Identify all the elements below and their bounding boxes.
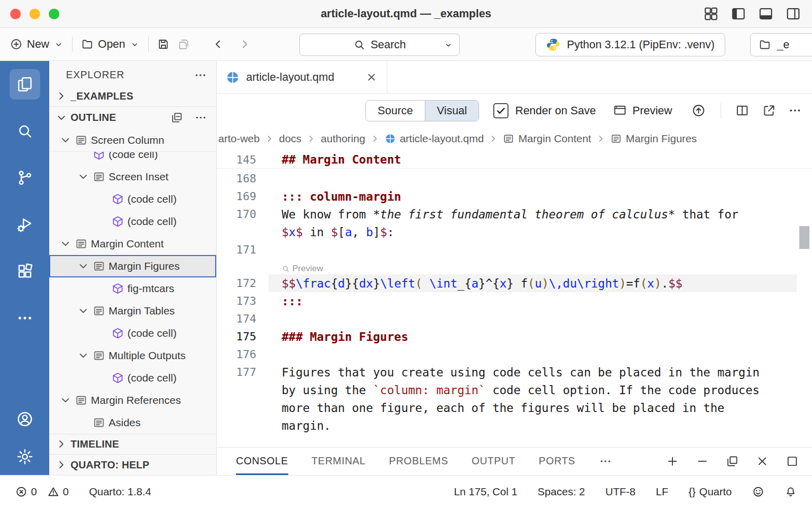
save-icon[interactable]	[157, 38, 170, 50]
chevron-down-icon[interactable]	[77, 305, 89, 317]
error-count[interactable]: 0	[15, 486, 37, 498]
sidebar-section-quarto-help[interactable]: QUARTO: HELP	[49, 455, 216, 475]
code-line[interactable]: 172 $$\frac{d}{dx}\left( \int_{a}^{x} f(…	[217, 274, 812, 292]
outline-item[interactable]: Margin References	[49, 389, 216, 411]
quarto-version[interactable]: Quarto: 1.8.4	[89, 486, 151, 498]
breadcrumb-item[interactable]: arto-web	[218, 133, 260, 145]
feedback-smiley-icon[interactable]	[752, 486, 764, 498]
indentation[interactable]: Spaces: 2	[537, 486, 585, 498]
scrollbar-thumb[interactable]	[799, 226, 809, 249]
encoding[interactable]: UTF-8	[605, 486, 636, 498]
search-activity-button[interactable]	[10, 116, 40, 146]
bell-icon[interactable]	[785, 486, 797, 498]
breadcrumb-item[interactable]: docs	[279, 133, 301, 145]
back-icon[interactable]	[212, 38, 224, 50]
warning-count[interactable]: 0	[47, 486, 69, 498]
outline-item[interactable]: fig-mtcars	[49, 277, 216, 300]
account-button[interactable]	[10, 404, 40, 434]
panel-left-icon[interactable]	[731, 6, 746, 21]
sidebar-section-examples[interactable]: _EXAMPLES	[49, 86, 216, 106]
open-button[interactable]: Open	[81, 38, 140, 51]
chevron-down-icon[interactable]	[77, 260, 89, 272]
outline-item[interactable]: Margin Content	[49, 233, 216, 255]
close-icon[interactable]	[365, 71, 378, 83]
interpreter-selector[interactable]: Python 3.12.1 (PipEnv: .venv)	[535, 33, 725, 56]
run-debug-activity-button[interactable]	[10, 209, 40, 240]
source-mode-button[interactable]: Source	[366, 101, 425, 121]
more-actions-icon[interactable]	[194, 69, 207, 82]
save-all-icon[interactable]	[178, 38, 190, 50]
code-line[interactable]: 145 ## Margin Content	[217, 151, 812, 169]
code-line[interactable]: 175 ### Margin Figures	[217, 328, 812, 345]
open-external-button[interactable]	[762, 104, 776, 117]
cursor-position[interactable]: Ln 175, Col 1	[454, 486, 517, 498]
code-line[interactable]: $x$ in $[a, b]$:	[217, 223, 812, 241]
outline-item[interactable]: Margin Tables	[49, 300, 216, 322]
render-on-save-checkbox[interactable]	[493, 103, 509, 118]
split-editor-button[interactable]	[735, 104, 749, 117]
outline-item[interactable]: (code cell)	[49, 322, 216, 344]
forward-icon[interactable]	[239, 38, 251, 50]
code-line[interactable]: more than one figure, each of the figure…	[217, 399, 812, 417]
close-window-button[interactable]	[10, 9, 21, 19]
panel-tab[interactable]: CONSOLE	[236, 448, 288, 475]
outline-item[interactable]: Margin Figures	[49, 255, 216, 277]
code-line[interactable]: 171	[217, 241, 812, 259]
source-control-activity-button[interactable]	[10, 163, 40, 193]
chevron-down-icon[interactable]	[59, 134, 72, 146]
settings-button[interactable]	[10, 441, 40, 472]
code-editor[interactable]: 145 ## Margin Content 168 169 ::: column…	[217, 150, 812, 447]
search-input[interactable]: Search	[299, 34, 460, 56]
panel-right-icon[interactable]	[786, 6, 801, 21]
outline-item[interactable]: (code cell)	[49, 188, 216, 210]
editor-tab[interactable]: article-layout.qmd	[217, 61, 387, 93]
more-actions-icon[interactable]	[194, 111, 207, 124]
eol-sequence[interactable]: LF	[656, 486, 668, 498]
panel-tab[interactable]: PORTS	[539, 448, 576, 475]
code-line[interactable]: 169 ::: column-margin	[217, 187, 812, 205]
code-line[interactable]: 176	[217, 345, 812, 363]
restore-panel-icon[interactable]	[726, 455, 739, 468]
chevron-down-icon[interactable]	[77, 350, 89, 362]
breadcrumb-item[interactable]: article-layout.qmd	[385, 133, 484, 145]
breadcrumb-item[interactable]: authoring	[321, 133, 365, 145]
visual-mode-button[interactable]: Visual	[425, 101, 479, 121]
outline-item[interactable]: (code cell)	[49, 367, 216, 389]
code-line[interactable]: 168	[217, 170, 812, 187]
code-line[interactable]: 174	[217, 310, 812, 328]
code-line[interactable]: 173 :::	[217, 292, 812, 310]
language-mode[interactable]: {} Quarto	[689, 486, 732, 498]
panel-tab[interactable]: PROBLEMS	[389, 448, 448, 475]
sidebar-section-outline[interactable]: OUTLINE	[49, 107, 216, 129]
close-panel-icon[interactable]	[756, 455, 769, 468]
zoom-window-button[interactable]	[49, 9, 59, 19]
codelens-preview[interactable]: Preview	[282, 264, 323, 274]
code-line[interactable]: 177 Figures that you create using code c…	[217, 363, 812, 381]
layout-grid-icon[interactable]	[703, 6, 719, 21]
outline-item[interactable]: Screen Column	[49, 129, 216, 151]
publish-button[interactable]	[692, 104, 705, 117]
workspace-button[interactable]: _e	[750, 33, 812, 56]
extensions-activity-button[interactable]	[10, 256, 40, 287]
collapse-all-icon[interactable]	[171, 111, 183, 124]
code-line[interactable]: 170 We know from *the first fundamental …	[217, 205, 812, 223]
more-panel-tabs-icon[interactable]	[599, 455, 612, 468]
minimize-window-button[interactable]	[29, 9, 40, 19]
sidebar-section-timeline[interactable]: TIMELINE	[49, 434, 216, 455]
minimize-panel-icon[interactable]	[696, 455, 709, 468]
more-activity-button[interactable]	[10, 303, 40, 333]
outline-item[interactable]: (code cell)	[49, 210, 216, 233]
panel-tab[interactable]: TERMINAL	[312, 448, 366, 475]
chevron-down-icon[interactable]	[444, 40, 453, 50]
panel-tab[interactable]: OUTPUT	[471, 448, 515, 475]
code-line[interactable]: by using the `column: margin` code cell …	[217, 381, 812, 399]
chevron-down-icon[interactable]	[59, 238, 72, 250]
panel-bottom-icon[interactable]	[758, 6, 773, 21]
explorer-activity-button[interactable]	[10, 69, 40, 100]
new-console-icon[interactable]	[666, 455, 679, 468]
maximize-panel-icon[interactable]	[786, 455, 799, 468]
new-button[interactable]: New	[10, 38, 63, 51]
breadcrumb-item[interactable]: Margin Figures	[611, 133, 697, 145]
chevron-down-icon[interactable]	[59, 394, 72, 406]
breadcrumb-item[interactable]: Margin Content	[503, 133, 591, 145]
